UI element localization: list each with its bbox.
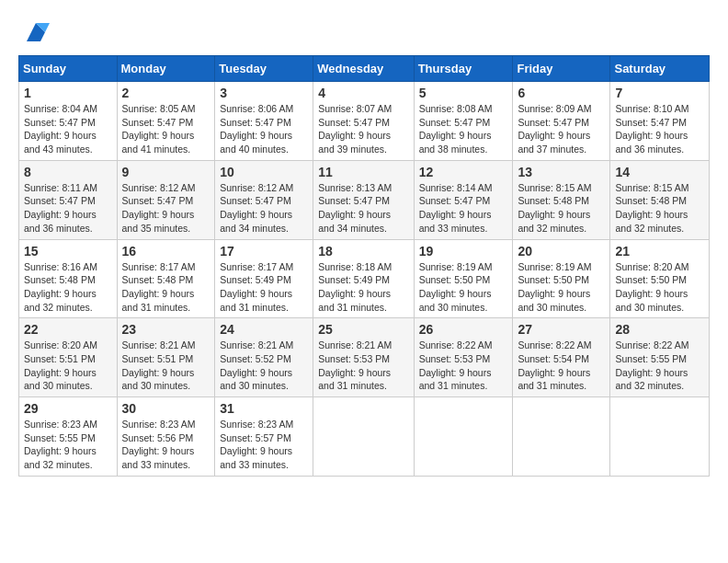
day-info: Sunrise: 8:23 AM Sunset: 5:55 PM Dayligh… <box>24 418 112 472</box>
day-info: Sunrise: 8:20 AM Sunset: 5:51 PM Dayligh… <box>24 339 112 393</box>
calendar-day-cell: 1 Sunrise: 8:04 AM Sunset: 5:47 PM Dayli… <box>19 82 118 161</box>
day-number: 18 <box>318 244 408 259</box>
day-info: Sunrise: 8:21 AM Sunset: 5:53 PM Dayligh… <box>318 339 408 393</box>
calendar-day-cell: 21 Sunrise: 8:20 AM Sunset: 5:50 PM Dayl… <box>610 239 710 318</box>
day-number: 13 <box>518 165 605 179</box>
day-info: Sunrise: 8:10 AM Sunset: 5:47 PM Dayligh… <box>615 102 704 156</box>
calendar-day-cell: 24 Sunrise: 8:21 AM Sunset: 5:52 PM Dayl… <box>215 318 313 397</box>
day-of-week-header: Thursday <box>414 56 513 82</box>
day-info: Sunrise: 8:17 AM Sunset: 5:48 PM Dayligh… <box>122 260 210 315</box>
calendar-table: SundayMondayTuesdayWednesdayThursdayFrid… <box>18 55 710 477</box>
day-of-week-header: Wednesday <box>313 56 414 82</box>
day-info: Sunrise: 8:17 AM Sunset: 5:49 PM Dayligh… <box>220 260 308 315</box>
calendar-day-cell: 14 Sunrise: 8:15 AM Sunset: 5:48 PM Dayl… <box>610 160 710 239</box>
day-number: 6 <box>518 86 605 100</box>
calendar-week-row: 22 Sunrise: 8:20 AM Sunset: 5:51 PM Dayl… <box>19 318 710 397</box>
page-header <box>18 18 710 46</box>
calendar-week-row: 15 Sunrise: 8:16 AM Sunset: 5:48 PM Dayl… <box>19 239 710 318</box>
day-number: 1 <box>24 86 112 100</box>
day-number: 24 <box>220 322 308 337</box>
calendar-week-row: 29 Sunrise: 8:23 AM Sunset: 5:55 PM Dayl… <box>19 397 710 477</box>
calendar-day-cell: 4 Sunrise: 8:07 AM Sunset: 5:47 PM Dayli… <box>313 82 414 161</box>
day-number: 21 <box>615 244 704 259</box>
day-info: Sunrise: 8:04 AM Sunset: 5:47 PM Dayligh… <box>24 102 112 156</box>
day-of-week-header: Sunday <box>19 56 118 82</box>
logo <box>18 18 50 46</box>
calendar-day-cell <box>513 397 610 477</box>
day-info: Sunrise: 8:09 AM Sunset: 5:47 PM Dayligh… <box>518 102 605 156</box>
day-info: Sunrise: 8:16 AM Sunset: 5:48 PM Dayligh… <box>24 260 112 315</box>
logo-icon <box>22 18 50 46</box>
day-info: Sunrise: 8:13 AM Sunset: 5:47 PM Dayligh… <box>318 181 408 236</box>
day-number: 8 <box>24 165 112 179</box>
calendar-day-cell: 12 Sunrise: 8:14 AM Sunset: 5:47 PM Dayl… <box>414 160 513 239</box>
calendar-day-cell <box>414 397 513 477</box>
calendar-day-cell: 29 Sunrise: 8:23 AM Sunset: 5:55 PM Dayl… <box>19 397 118 477</box>
day-info: Sunrise: 8:06 AM Sunset: 5:47 PM Dayligh… <box>220 102 308 156</box>
calendar-day-cell: 23 Sunrise: 8:21 AM Sunset: 5:51 PM Dayl… <box>117 318 215 397</box>
day-number: 28 <box>615 322 704 337</box>
calendar-day-cell: 30 Sunrise: 8:23 AM Sunset: 5:56 PM Dayl… <box>117 397 215 477</box>
day-number: 12 <box>419 165 508 179</box>
calendar-day-cell: 15 Sunrise: 8:16 AM Sunset: 5:48 PM Dayl… <box>19 239 118 318</box>
calendar-day-cell <box>610 397 710 477</box>
day-number: 31 <box>220 401 308 416</box>
day-number: 26 <box>419 322 508 337</box>
day-info: Sunrise: 8:21 AM Sunset: 5:51 PM Dayligh… <box>122 339 210 393</box>
day-number: 23 <box>122 322 210 337</box>
calendar-day-cell: 28 Sunrise: 8:22 AM Sunset: 5:55 PM Dayl… <box>610 318 710 397</box>
day-info: Sunrise: 8:08 AM Sunset: 5:47 PM Dayligh… <box>419 102 508 156</box>
calendar-week-row: 8 Sunrise: 8:11 AM Sunset: 5:47 PM Dayli… <box>19 160 710 239</box>
day-info: Sunrise: 8:18 AM Sunset: 5:49 PM Dayligh… <box>318 260 408 315</box>
day-number: 29 <box>24 401 112 416</box>
day-number: 4 <box>318 86 408 100</box>
day-info: Sunrise: 8:22 AM Sunset: 5:54 PM Dayligh… <box>518 339 605 393</box>
calendar-day-cell: 25 Sunrise: 8:21 AM Sunset: 5:53 PM Dayl… <box>313 318 414 397</box>
day-number: 11 <box>318 165 408 179</box>
day-number: 9 <box>122 165 210 179</box>
day-number: 3 <box>220 86 308 100</box>
day-info: Sunrise: 8:21 AM Sunset: 5:52 PM Dayligh… <box>220 339 308 393</box>
day-info: Sunrise: 8:20 AM Sunset: 5:50 PM Dayligh… <box>615 260 704 315</box>
calendar-day-cell: 18 Sunrise: 8:18 AM Sunset: 5:49 PM Dayl… <box>313 239 414 318</box>
calendar-day-cell: 27 Sunrise: 8:22 AM Sunset: 5:54 PM Dayl… <box>513 318 610 397</box>
calendar-day-cell: 7 Sunrise: 8:10 AM Sunset: 5:47 PM Dayli… <box>610 82 710 161</box>
calendar-day-cell <box>313 397 414 477</box>
day-number: 25 <box>318 322 408 337</box>
day-number: 30 <box>122 401 210 416</box>
calendar-day-cell: 13 Sunrise: 8:15 AM Sunset: 5:48 PM Dayl… <box>513 160 610 239</box>
day-number: 5 <box>419 86 508 100</box>
day-number: 17 <box>220 244 308 259</box>
day-number: 2 <box>122 86 210 100</box>
day-of-week-header: Tuesday <box>215 56 313 82</box>
day-header-row: SundayMondayTuesdayWednesdayThursdayFrid… <box>19 56 710 82</box>
day-number: 10 <box>220 165 308 179</box>
day-info: Sunrise: 8:11 AM Sunset: 5:47 PM Dayligh… <box>24 181 112 236</box>
calendar-day-cell: 19 Sunrise: 8:19 AM Sunset: 5:50 PM Dayl… <box>414 239 513 318</box>
day-number: 7 <box>615 86 704 100</box>
calendar-day-cell: 17 Sunrise: 8:17 AM Sunset: 5:49 PM Dayl… <box>215 239 313 318</box>
day-info: Sunrise: 8:12 AM Sunset: 5:47 PM Dayligh… <box>220 181 308 236</box>
day-info: Sunrise: 8:22 AM Sunset: 5:53 PM Dayligh… <box>419 339 508 393</box>
day-info: Sunrise: 8:15 AM Sunset: 5:48 PM Dayligh… <box>615 181 704 236</box>
day-number: 22 <box>24 322 112 337</box>
day-info: Sunrise: 8:12 AM Sunset: 5:47 PM Dayligh… <box>122 181 210 236</box>
calendar-day-cell: 22 Sunrise: 8:20 AM Sunset: 5:51 PM Dayl… <box>19 318 118 397</box>
day-info: Sunrise: 8:05 AM Sunset: 5:47 PM Dayligh… <box>122 102 210 156</box>
calendar-day-cell: 3 Sunrise: 8:06 AM Sunset: 5:47 PM Dayli… <box>215 82 313 161</box>
day-info: Sunrise: 8:19 AM Sunset: 5:50 PM Dayligh… <box>419 260 508 315</box>
day-info: Sunrise: 8:14 AM Sunset: 5:47 PM Dayligh… <box>419 181 508 236</box>
day-info: Sunrise: 8:15 AM Sunset: 5:48 PM Dayligh… <box>518 181 605 236</box>
calendar-day-cell: 9 Sunrise: 8:12 AM Sunset: 5:47 PM Dayli… <box>117 160 215 239</box>
calendar-day-cell: 5 Sunrise: 8:08 AM Sunset: 5:47 PM Dayli… <box>414 82 513 161</box>
day-info: Sunrise: 8:22 AM Sunset: 5:55 PM Dayligh… <box>615 339 704 393</box>
day-of-week-header: Saturday <box>610 56 710 82</box>
calendar-day-cell: 11 Sunrise: 8:13 AM Sunset: 5:47 PM Dayl… <box>313 160 414 239</box>
day-of-week-header: Friday <box>513 56 610 82</box>
calendar-day-cell: 10 Sunrise: 8:12 AM Sunset: 5:47 PM Dayl… <box>215 160 313 239</box>
day-info: Sunrise: 8:23 AM Sunset: 5:56 PM Dayligh… <box>122 418 210 472</box>
day-number: 20 <box>518 244 605 259</box>
calendar-week-row: 1 Sunrise: 8:04 AM Sunset: 5:47 PM Dayli… <box>19 82 710 161</box>
calendar-day-cell: 2 Sunrise: 8:05 AM Sunset: 5:47 PM Dayli… <box>117 82 215 161</box>
calendar-day-cell: 16 Sunrise: 8:17 AM Sunset: 5:48 PM Dayl… <box>117 239 215 318</box>
